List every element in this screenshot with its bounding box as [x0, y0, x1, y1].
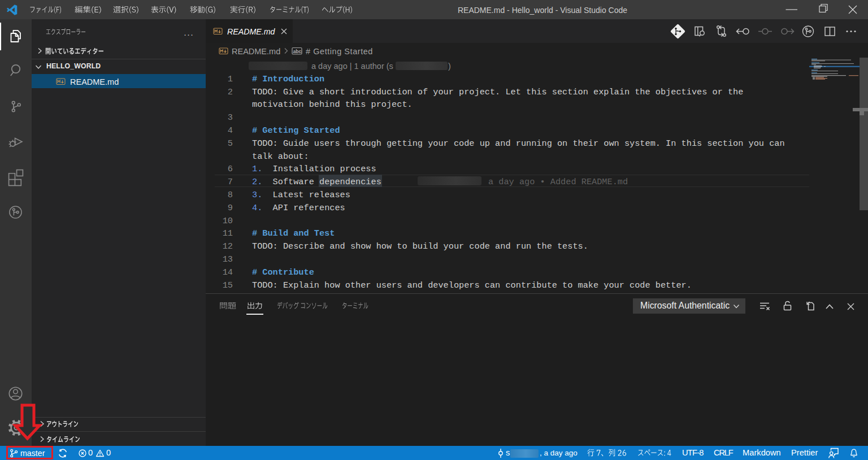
svg-text:abc: abc [293, 49, 301, 54]
